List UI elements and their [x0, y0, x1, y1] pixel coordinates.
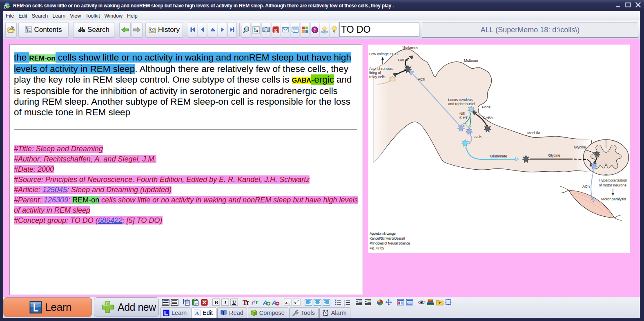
window-edge-left — [0, 11, 3, 318]
window-cascade-icon[interactable] — [405, 298, 414, 307]
align-center-icon[interactable] — [313, 298, 322, 307]
back-button[interactable] — [119, 22, 131, 37]
text-run: 126309 — [44, 196, 68, 204]
go-first-button[interactable] — [188, 22, 197, 37]
superscript-icon[interactable]: x2 — [292, 298, 301, 307]
outdent-icon[interactable] — [354, 298, 363, 307]
tab-edit[interactable]: A Edit — [191, 307, 216, 318]
svg-text:B: B — [214, 299, 218, 305]
learn-button[interactable]: Learn — [3, 297, 92, 317]
go-up-button[interactable] — [208, 22, 217, 37]
menubar: File Edit Search Learn View Toolkit Wind… — [3, 11, 641, 20]
text-line: #Parent: 126309: REM-on cells show littl… — [14, 195, 362, 205]
svg-text:g: g — [274, 27, 277, 33]
pie-chart-icon[interactable] — [375, 298, 384, 307]
help-button[interactable]: ? — [310, 22, 319, 37]
maximize-button[interactable] — [624, 1, 632, 9]
translate-button[interactable]: b a — [252, 22, 261, 37]
hint-button[interactable] — [320, 22, 329, 37]
back-icon — [121, 27, 129, 33]
move-icon[interactable] — [384, 298, 393, 307]
zoom-button[interactable] — [242, 22, 251, 37]
history-button[interactable]: History — [145, 22, 183, 37]
font-icon[interactable]: TT — [241, 298, 250, 307]
idea-button[interactable] — [330, 22, 339, 37]
dictionary-button[interactable] — [261, 22, 270, 37]
menu-window[interactable]: Window — [103, 12, 124, 20]
underline-icon[interactable]: U — [230, 298, 238, 307]
supermemo-app-icon — [3, 2, 10, 9]
subscript-icon[interactable]: x1 — [283, 298, 292, 307]
figure-label: Midbrain — [464, 58, 478, 63]
figure-label: Thalamus — [402, 45, 418, 50]
align-left-icon[interactable] — [304, 298, 313, 307]
close-button[interactable] — [634, 1, 642, 9]
italic-icon[interactable]: I — [221, 298, 230, 307]
export-folder-icon[interactable] — [435, 298, 444, 307]
align-right-icon[interactable] — [322, 298, 331, 307]
menu-help[interactable]: Help — [125, 12, 139, 20]
learn-icon — [29, 301, 42, 314]
view-source-icon[interactable] — [161, 298, 170, 307]
search-label: Search — [87, 26, 109, 34]
text-line: #Article: 125045: Sleep and Dreaming (up… — [14, 185, 362, 195]
go-last-button[interactable] — [227, 22, 237, 37]
read-tab-icon — [220, 310, 227, 316]
text-run: play the key role in REM sleep control. … — [14, 74, 292, 85]
bullet-list-icon[interactable] — [334, 298, 343, 307]
text-run: #Parent: — [14, 196, 44, 204]
forward-button[interactable] — [131, 22, 143, 37]
tab-compose[interactable]: Compose — [248, 307, 288, 318]
font-smaller-icon[interactable]: A — [271, 298, 280, 307]
collection-status-label: ALL (SuperMemo 18: d:\colls\) — [481, 26, 579, 34]
html-editor[interactable]: the REM-on cells show little or no activ… — [9, 44, 363, 295]
copy-icon[interactable] — [182, 298, 191, 307]
view-document-icon[interactable] — [170, 298, 179, 307]
svg-text:2: 2 — [297, 299, 299, 303]
email-button[interactable] — [281, 22, 290, 37]
tab-read-label: Read — [229, 310, 243, 316]
image-panel[interactable]: ThalamusLow voltage EEGGABAAsynchronousf… — [368, 45, 630, 253]
numbered-list-icon[interactable]: 123 — [343, 298, 352, 307]
google-button[interactable]: g — [271, 22, 280, 37]
menu-view[interactable]: View — [68, 12, 82, 20]
hint-icon — [321, 26, 328, 34]
collection-status[interactable]: ALL (SuperMemo 18: d:\colls\) — [422, 22, 638, 38]
expand-icon[interactable] — [444, 298, 453, 307]
delete-icon[interactable] — [200, 298, 209, 307]
menu-file[interactable]: File — [4, 12, 16, 20]
menu-toolkit[interactable]: Toolkit — [84, 12, 101, 20]
tab-learn[interactable]: Learn — [160, 307, 190, 318]
go-previous-button[interactable] — [198, 22, 207, 37]
menu-learn[interactable]: Learn — [51, 12, 67, 20]
menu-search[interactable]: Search — [30, 12, 50, 20]
books-icon[interactable] — [426, 298, 435, 307]
paste-icon[interactable] — [191, 298, 200, 307]
colors-button[interactable] — [301, 22, 310, 37]
svg-text:b: b — [254, 27, 256, 31]
image-search-button[interactable]: I... — [291, 22, 300, 37]
indent-icon[interactable] — [363, 298, 372, 307]
tab-alarm[interactable]: Alarm — [319, 307, 350, 318]
contents-button[interactable]: Contents — [18, 22, 69, 37]
image-search-icon: I... — [292, 27, 299, 33]
search-button[interactable]: Search — [73, 22, 114, 37]
window-tile-icon[interactable] — [396, 298, 405, 307]
svg-text:I: I — [224, 299, 227, 305]
eye-icon[interactable] — [417, 298, 426, 307]
concept-group-input[interactable] — [339, 22, 419, 37]
font-size-icon[interactable]: ffF — [250, 298, 259, 307]
font-bigger-icon[interactable]: A — [262, 298, 271, 307]
svg-text:A: A — [263, 299, 267, 306]
add-new-button[interactable]: Add new — [94, 297, 159, 317]
tab-tools[interactable]: Tools — [289, 307, 319, 318]
supermemo-window: REM-on cells show little or no activity … — [0, 0, 644, 321]
text-run: #Author: Rechtschaffen, A. and Siegel, J… — [14, 155, 156, 163]
minimize-button[interactable] — [615, 1, 622, 9]
menu-edit[interactable]: Edit — [17, 12, 29, 20]
zoom-icon — [243, 26, 250, 34]
tab-read[interactable]: Read — [217, 307, 247, 318]
go-next-button[interactable] — [218, 22, 227, 37]
bold-icon[interactable]: B — [212, 298, 221, 307]
open-collection-button[interactable] — [5, 22, 17, 37]
